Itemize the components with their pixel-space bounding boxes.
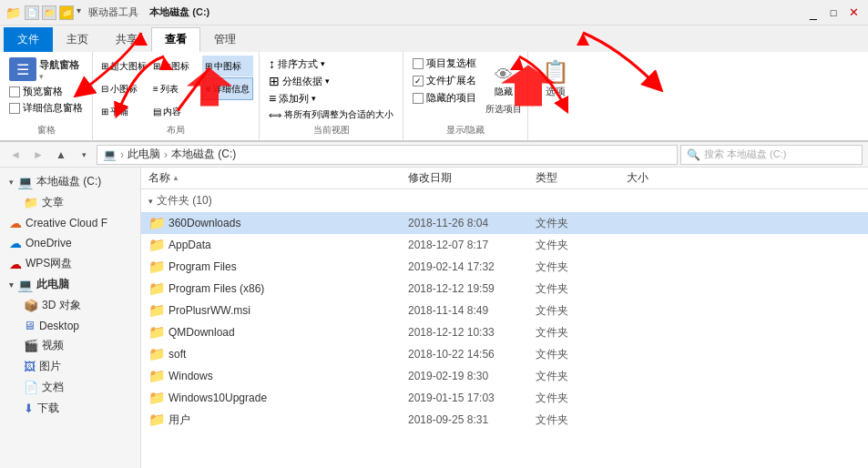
col-header-date[interactable]: 修改日期	[408, 170, 536, 186]
file-row[interactable]: 📁 Program Files (x86) 2018-12-12 19:59 文…	[141, 278, 868, 300]
file-row[interactable]: 📁 360Downloads 2018-11-26 8:04 文件夹	[141, 212, 868, 234]
folder-icon: 📁	[148, 368, 166, 384]
file-row[interactable]: 📁 Windows10Upgrade 2019-01-15 17:03 文件夹	[141, 387, 868, 409]
breadcrumb[interactable]: 💻 › 此电脑 › 本地磁盘 (C:)	[97, 145, 678, 165]
col-header-name[interactable]: 名称▲	[148, 170, 408, 186]
quick-access-icon3[interactable]: 📁	[59, 5, 74, 20]
file-date: 2019-02-14 17:32	[408, 260, 536, 273]
file-list-header: 名称▲ 修改日期 类型 大小	[141, 168, 868, 189]
list-btn[interactable]: ≡列表	[150, 77, 201, 100]
forward-button[interactable]: ►	[28, 145, 48, 165]
sidebar-item-creative-cloud[interactable]: ☁ Creative Cloud F	[0, 213, 140, 233]
file-extension-btn[interactable]: 文件扩展名	[409, 73, 480, 88]
extra-large-icon-btn[interactable]: ⊞超大图标	[98, 56, 149, 76]
search-box[interactable]: 🔍 搜索 本地磁盘 (C:)	[680, 145, 863, 165]
folder-icon: 📁	[148, 324, 166, 341]
item-checkbox-btn[interactable]: 项目复选框	[409, 56, 480, 71]
selected-items-label: 所选项目	[485, 103, 522, 116]
col-header-size[interactable]: 大小	[627, 170, 700, 186]
videos-icon: 🎬	[24, 339, 38, 352]
sidebar-item-wps[interactable]: ☁ WPS网盘	[0, 253, 140, 274]
sidebar-item-documents[interactable]: 📄 文档	[0, 377, 140, 398]
quick-access-icon2[interactable]: 📁	[42, 5, 56, 20]
folder-articles-icon: 📁	[24, 196, 38, 209]
onedrive-icon: ☁	[9, 236, 22, 250]
title-bar: 📁 📄 📁 📁 ▾ 驱动器工具 本地磁盘 (C:) _ □ ✕	[0, 0, 868, 25]
dropdown-arrow[interactable]: ▾	[77, 5, 81, 20]
title-bar-icon: 📁	[5, 5, 21, 20]
tab-view[interactable]: 查看	[151, 27, 200, 52]
file-type: 文件夹	[536, 303, 627, 319]
file-row[interactable]: 📁 AppData 2018-12-07 8:17 文件夹	[141, 234, 868, 256]
file-type: 文件夹	[536, 347, 627, 362]
file-date: 2018-11-26 8:04	[408, 217, 536, 229]
breadcrumb-item-drive[interactable]: 本地磁盘 (C:)	[171, 147, 236, 162]
sidebar-item-drive-c[interactable]: ▾ 💻 本地磁盘 (C:)	[0, 171, 140, 192]
tiles-btn[interactable]: ⊞平铺	[98, 101, 149, 122]
large-icon-btn[interactable]: ⊞大图标	[150, 56, 201, 76]
file-type: 文件夹	[536, 216, 627, 231]
up-button[interactable]: ▲	[51, 145, 71, 165]
breadcrumb-computer-icon: 💻	[103, 148, 117, 161]
hide-selected-btn[interactable]: 👁 隐藏	[490, 62, 517, 101]
sort-by-btn[interactable]: ↕排序方式▾	[265, 56, 397, 72]
sidebar-item-onedrive[interactable]: ☁ OneDrive	[0, 233, 140, 253]
hidden-items-btn[interactable]: 隐藏的项目	[409, 90, 480, 106]
sidebar-item-desktop[interactable]: 🖥 Desktop	[0, 316, 140, 335]
group-showhide-label: 显示/隐藏	[409, 124, 522, 137]
file-row[interactable]: 📁 Program Files 2019-02-14 17:32 文件夹	[141, 256, 868, 278]
folder-icon: 📁	[148, 390, 166, 406]
search-icon: 🔍	[687, 148, 700, 161]
sidebar-item-downloads[interactable]: ⬇ 下载	[0, 398, 140, 419]
fit-columns-btn[interactable]: ⟺将所有列调整为合适的大小	[265, 107, 397, 122]
file-row[interactable]: 📁 用户 2018-09-25 8:31 文件夹	[141, 409, 868, 431]
minimize-button[interactable]: _	[804, 5, 822, 21]
tab-home[interactable]: 主页	[53, 27, 102, 52]
file-date: 2018-11-14 8:49	[408, 304, 536, 317]
medium-icon-btn[interactable]: ⊞中图标	[202, 56, 253, 76]
close-button[interactable]: ✕	[844, 5, 863, 21]
file-row[interactable]: 📁 soft 2018-10-22 14:56 文件夹	[141, 343, 868, 365]
add-column-btn[interactable]: ≡添加列▾	[265, 90, 397, 107]
file-list: 名称▲ 修改日期 类型 大小 ▾ 文件夹 (10) 📁 360Downloads…	[141, 168, 868, 468]
breadcrumb-item-thispc[interactable]: 此电脑	[128, 147, 160, 162]
file-row[interactable]: 📁 ProPlusrWW.msi 2018-11-14 8:49 文件夹	[141, 300, 868, 321]
col-header-type[interactable]: 类型	[536, 170, 627, 186]
preview-pane-btn[interactable]: 预览窗格	[5, 84, 87, 99]
maximize-button[interactable]: □	[824, 5, 842, 21]
file-type: 文件夹	[536, 369, 627, 384]
tab-file[interactable]: 文件	[4, 27, 53, 52]
content-btn[interactable]: ▤内容	[150, 101, 201, 122]
group-layout-label: 布局	[98, 124, 253, 137]
nav-pane-button[interactable]: ☰ 导航窗格 ▾	[5, 56, 87, 83]
folder-icon: 📁	[148, 259, 166, 275]
file-date: 2019-02-19 8:30	[408, 370, 536, 382]
group-by-btn[interactable]: ⊞分组依据▾	[265, 73, 397, 89]
group-pane-label: 窗格	[5, 124, 87, 137]
sidebar-item-pictures[interactable]: 🖼 图片	[0, 356, 140, 377]
sidebar-item-3dobjects[interactable]: 📦 3D 对象	[0, 295, 140, 316]
quick-access-icon[interactable]: 📄	[25, 5, 39, 20]
folder-icon: 📁	[148, 215, 166, 231]
file-date: 2018-12-12 19:59	[408, 282, 536, 295]
details-pane-btn[interactable]: 详细信息窗格	[5, 100, 87, 116]
back-button[interactable]: ◄	[5, 145, 26, 165]
pictures-icon: 🖼	[24, 360, 36, 373]
file-row[interactable]: 📁 Windows 2019-02-19 8:30 文件夹	[141, 365, 868, 387]
sidebar-item-articles[interactable]: 📁 文章	[0, 192, 140, 213]
tab-share[interactable]: 共享	[102, 27, 151, 52]
details-btn[interactable]: ≡详细信息	[202, 77, 253, 100]
small-icon-btn[interactable]: ⊟小图标	[98, 77, 149, 100]
sidebar: ▾ 💻 本地磁盘 (C:) 📁 文章 ☁ Creative Cloud F ☁ …	[0, 168, 141, 468]
folder-icon: 📁	[148, 412, 166, 428]
group-currentview-label: 当前视图	[265, 124, 397, 137]
recent-locations-button[interactable]: ▾	[74, 145, 94, 165]
file-row[interactable]: 📁 QMDownload 2018-12-12 10:33 文件夹	[141, 321, 868, 343]
sidebar-item-videos[interactable]: 🎬 视频	[0, 335, 140, 356]
ribbon-group-showhide: 项目复选框 文件扩展名 隐藏的项目 👁 隐藏	[403, 52, 528, 140]
tab-manage[interactable]: 管理	[200, 27, 250, 52]
file-date: 2018-12-07 8:17	[408, 239, 536, 251]
options-btn[interactable]: 📋 选项	[538, 56, 573, 102]
sidebar-item-thispc[interactable]: ▾ 💻 此电脑	[0, 274, 140, 295]
main-area: ▾ 💻 本地磁盘 (C:) 📁 文章 ☁ Creative Cloud F ☁ …	[0, 168, 868, 468]
